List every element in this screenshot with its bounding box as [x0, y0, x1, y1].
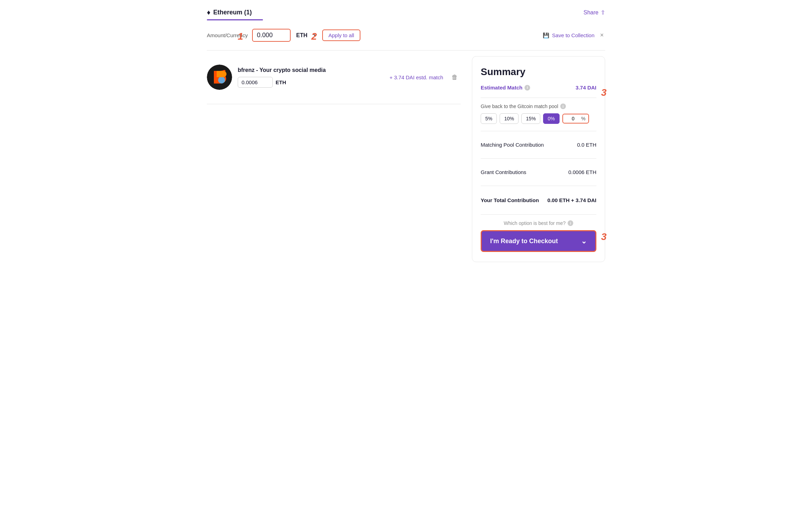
share-icon: ⇧	[601, 9, 605, 16]
currency-select-wrap: ETH DAI USDC	[295, 32, 318, 39]
top-bar: ♦ Ethereum (1) Share ⇧	[207, 8, 605, 16]
giveback-label: Give back to the Gitcoin match pool i	[481, 104, 596, 109]
checkout-label: I'm Ready to Checkout	[490, 238, 558, 245]
grant-currency: ETH	[276, 79, 286, 85]
estimated-match-row: Estimated Match i 3.74 DAI	[481, 85, 596, 91]
total-label: Your Total Contribution	[481, 197, 539, 203]
summary-divider-4	[481, 186, 596, 186]
which-option-info-icon[interactable]: i	[568, 220, 573, 226]
estimated-match-label: Estimated Match i	[481, 85, 530, 91]
summary-title: Summary	[481, 66, 596, 78]
amount-label: Amount/Currency	[207, 32, 248, 38]
save-collection-button[interactable]: 💾 Save to Collection	[543, 32, 595, 39]
matching-pool-value: 0.0 ETH	[577, 142, 596, 148]
apply-all-button[interactable]: Apply to all	[322, 29, 360, 41]
summary-divider-2	[481, 131, 596, 131]
estimated-match-value: 3.74 DAI	[576, 85, 596, 91]
delete-grant-button[interactable]: 🗑	[449, 72, 461, 82]
grant-amount-input[interactable]	[238, 77, 273, 88]
grant-contributions-label: Grant Contributions	[481, 169, 526, 175]
percent-10-button[interactable]: 10%	[500, 113, 519, 124]
right-panel: Summary Estimated Match i 3.74 DAI Give …	[472, 56, 605, 262]
svg-point-1	[218, 76, 225, 84]
grant-contributions-value: 0.0006 ETH	[568, 169, 596, 175]
grant-logo	[207, 65, 232, 90]
bfrenz-logo-svg	[207, 65, 232, 90]
checkout-button[interactable]: I'm Ready to Checkout ⌄	[481, 230, 596, 252]
grant-row: bfrenz - Your crypto social media ETH + …	[207, 56, 461, 98]
total-row: Your Total Contribution 0.00 ETH + 3.74 …	[481, 192, 596, 209]
amount-input[interactable]	[252, 29, 291, 42]
svg-rect-2	[214, 71, 217, 84]
header-divider	[207, 50, 605, 51]
matching-pool-row: Matching Pool Contribution 0.0 ETH	[481, 137, 596, 153]
main-layout: bfrenz - Your crypto social media ETH + …	[207, 56, 605, 262]
percent-options: 5% 10% 15% 0% %	[481, 113, 596, 124]
save-collection-label: Save to Collection	[552, 32, 595, 38]
save-collection-icon: 💾	[543, 32, 549, 39]
left-panel: bfrenz - Your crypto social media ETH + …	[207, 56, 461, 262]
currency-select[interactable]: ETH DAI USDC	[295, 32, 318, 39]
summary-divider-1	[481, 98, 596, 98]
custom-percent-symbol: %	[581, 116, 586, 121]
grant-match: + 3.74 DAI estd. match	[390, 74, 443, 80]
page-title: Ethereum (1)	[213, 9, 252, 16]
grant-info: bfrenz - Your crypto social media ETH	[238, 67, 384, 88]
summary-divider-3	[481, 158, 596, 159]
which-option-row: Which option is best for me? i	[481, 220, 596, 226]
tab-underline	[207, 19, 263, 20]
grant-divider	[207, 104, 461, 104]
eth-title: ♦ Ethereum (1)	[207, 8, 252, 16]
summary-divider-5	[481, 214, 596, 215]
summary-card: Summary Estimated Match i 3.74 DAI Give …	[472, 56, 605, 262]
custom-percent-row: %	[562, 114, 589, 124]
chevron-down-icon: ⌄	[581, 237, 587, 245]
trash-icon: 🗑	[452, 74, 458, 81]
amount-currency-row: Amount/Currency ETH DAI USDC Apply to al…	[207, 29, 605, 42]
eth-icon: ♦	[207, 8, 210, 16]
close-icon: ×	[600, 32, 604, 39]
percent-15-button[interactable]: 15%	[521, 113, 540, 124]
which-option-label: Which option is best for me?	[504, 220, 566, 226]
close-button[interactable]: ×	[598, 30, 605, 40]
grant-name: bfrenz - Your crypto social media	[238, 67, 384, 73]
share-button[interactable]: Share ⇧	[583, 9, 605, 16]
grant-contributions-row: Grant Contributions 0.0006 ETH	[481, 164, 596, 180]
matching-pool-label: Matching Pool Contribution	[481, 142, 544, 148]
percent-5-button[interactable]: 5%	[481, 113, 497, 124]
share-label: Share	[583, 9, 598, 16]
giveback-info-icon[interactable]: i	[560, 104, 566, 109]
percent-0-button[interactable]: 0%	[543, 113, 559, 124]
grant-amount-row: ETH	[238, 77, 384, 88]
custom-percent-input[interactable]	[566, 116, 580, 121]
total-value: 0.00 ETH + 3.74 DAI	[547, 197, 596, 203]
estimated-match-info-icon[interactable]: i	[525, 85, 530, 91]
